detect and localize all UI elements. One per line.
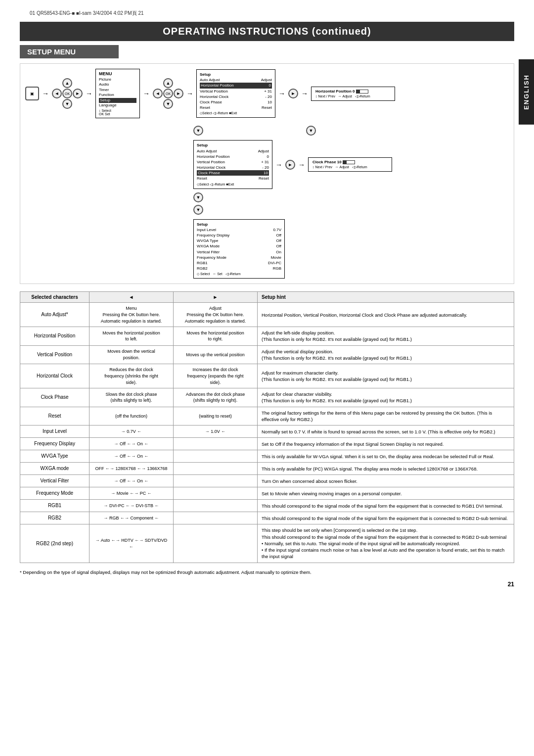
table-row: Clock PhaseSlows the dot clock phase (sh… — [20, 388, 514, 407]
table-row: Input Level→ 0.7V ←→ 1.0V ←Normally set … — [20, 425, 514, 438]
table-cell-left-3: Reduces the dot clock frequency (shrinks… — [89, 364, 174, 388]
down-arrow-btn-3[interactable]: ▼ — [193, 192, 203, 202]
down-arrow-row-1: ▼ ▼ — [193, 126, 509, 136]
nav-buttons-3: ► — [288, 89, 298, 98]
table-cell-right-1: Moves the horizontal position to right. — [174, 327, 258, 346]
table-cell-right-11 — [174, 487, 258, 500]
table-cell-hint-6: Normally set to 0.7 V. If white is found… — [258, 425, 514, 438]
ok-btn[interactable]: OK — [62, 89, 72, 98]
down-arrow-row-3: ▼ — [193, 205, 509, 215]
table-cell-right-7 — [174, 438, 258, 450]
table-cell-left-13: → RGB ←→ Component ← — [89, 512, 174, 524]
main-menu-box: MENU Picture Audio Timer Function Setup … — [95, 69, 140, 118]
right-only-btn-2[interactable]: ► — [285, 160, 295, 170]
arrow-right-1: → — [42, 90, 49, 97]
up-btn[interactable]: ▲ — [62, 78, 72, 88]
table-cell-hint-0: Horizontal Position, Vertical Position, … — [258, 303, 514, 327]
arrow-right-5: → — [278, 90, 285, 97]
table-cell-hint-14: This step should be set only when [Compo… — [258, 524, 514, 563]
col-header-chars: Selected characters — [20, 292, 89, 303]
table-row: WVGA Type→ Off ←→ On ←This is only avail… — [20, 450, 514, 463]
table-cell-left-2: Moves down the vertical position. — [89, 345, 174, 364]
table-cell-char-2: Vertical Position — [20, 345, 89, 364]
table-cell-char-3: Horizontal Clock — [20, 364, 89, 388]
table-cell-left-10: → Off ←→ On ← — [89, 475, 174, 487]
table-row: Horizontal PositionMoves the horizontal … — [20, 327, 514, 346]
table-cell-hint-12: This should correspond to the signal mod… — [258, 500, 514, 512]
table-cell-hint-13: This should correspond to the signal mod… — [258, 512, 514, 524]
table-row: RGB2 (2nd step)→ Auto ←→ HDTV ←→ SDTV/DV… — [20, 524, 514, 563]
table-row: Auto Adjust*Menu Pressing the OK button … — [20, 303, 514, 327]
table-cell-right-6: → 1.0V ← — [174, 425, 258, 438]
table-row: Frequency Mode→ Movie ←→ PC ←Set to Movi… — [20, 487, 514, 500]
left-btn-2[interactable]: ◄ — [153, 89, 163, 98]
table-row: Vertical Filter→ Off ←→ On ←Turn On when… — [20, 475, 514, 487]
diagram-row-3: Setup Input Level0.7V Frequency DisplayO… — [193, 219, 509, 279]
left-btn[interactable]: ◄ — [52, 89, 62, 98]
table-cell-char-14: RGB2 (2nd step) — [20, 524, 89, 563]
nav-buttons-1: ▲ ◄ OK ► ▼ — [52, 78, 83, 109]
hint-box-clock: Clock Phase 10 ↕ Next / Prev ↔ Adjust ◁▷… — [308, 157, 392, 172]
table-cell-left-9: OFF ←→ 1280X768 ←→ 1366X768 — [89, 463, 174, 475]
arrow-right-6: → — [301, 90, 308, 97]
col-header-hint: Setup hint — [258, 292, 514, 303]
table-cell-hint-11: Set to Movie when viewing moving images … — [258, 487, 514, 500]
arrow-right-8: → — [298, 161, 305, 169]
table-cell-hint-7: Set to Off if the frequency information … — [258, 438, 514, 450]
arrow-right-3: → — [143, 90, 150, 97]
table-cell-hint-4: Adjust for clear character visibility. (… — [258, 388, 514, 407]
down-arrow-btn-2[interactable]: ▼ — [306, 126, 316, 136]
table-row: RGB1→ DVI-PC ←→ DVI-STB ←This should cor… — [20, 500, 514, 512]
table-cell-char-9: WXGA mode — [20, 463, 89, 475]
table-row: Horizontal ClockReduces the dot clock fr… — [20, 364, 514, 388]
table-cell-char-12: RGB1 — [20, 500, 89, 512]
down-arrow-btn-4[interactable]: ▼ — [193, 205, 203, 215]
table-cell-char-10: Vertical Filter — [20, 475, 89, 487]
right-only-btn[interactable]: ► — [288, 89, 298, 98]
table-cell-left-12: → DVI-PC ←→ DVI-STB ← — [89, 500, 174, 512]
table-cell-left-8: → Off ←→ On ← — [89, 450, 174, 463]
table-cell-left-0: Menu Pressing the OK button here. Automa… — [89, 303, 174, 327]
device-icon: ▣ — [25, 87, 39, 100]
table-cell-right-4: Advances the dot clock phase (shifts sli… — [174, 388, 258, 407]
table-row: RGB2→ RGB ←→ Component ←This should corr… — [20, 512, 514, 524]
table-cell-hint-3: Adjust for maximum character clarity. (T… — [258, 364, 514, 388]
table-cell-char-0: Auto Adjust* — [20, 303, 89, 327]
table-cell-char-7: Frequency Display — [20, 438, 89, 450]
nav-buttons-2: ▲ ◄ OK ► ▼ — [153, 78, 183, 109]
table-row: Vertical PositionMoves down the vertical… — [20, 345, 514, 364]
footnote: * Depending on the type of signal displa… — [20, 569, 514, 576]
table-cell-hint-10: Turn On when concerned about screen flic… — [258, 475, 514, 487]
table-cell-right-2: Moves up the vertical position — [174, 345, 258, 364]
up-btn-2[interactable]: ▲ — [163, 78, 173, 88]
right-btn-2[interactable]: ► — [174, 89, 183, 98]
table-cell-hint-9: This is only available for (PC) WXGA sig… — [258, 463, 514, 475]
table-cell-hint-2: Adjust the vertical display position. (T… — [258, 345, 514, 364]
down-arrow-btn-1[interactable]: ▼ — [193, 126, 203, 136]
table-cell-right-10 — [174, 475, 258, 487]
ok-btn-2[interactable]: OK — [163, 89, 173, 98]
page: 01 QR58543-ENG-■ ■I-sam 3/4/2004 4:02 PM… — [0, 0, 534, 756]
diagram-area: ▣ → ▲ ◄ OK ► ▼ → MENU Picture — [20, 63, 514, 284]
table-row: Reset(off the function)(waiting to reset… — [20, 407, 514, 425]
right-btn[interactable]: ► — [73, 89, 83, 98]
english-tab: ENGLISH — [519, 59, 534, 125]
col-header-left: ◄ — [89, 292, 174, 303]
table-cell-char-13: RGB2 — [20, 512, 89, 524]
table-cell-left-5: (off the function) — [89, 407, 174, 425]
table-cell-right-5: (waiting to reset) — [174, 407, 258, 425]
table-cell-right-9 — [174, 463, 258, 475]
table-cell-char-1: Horizontal Position — [20, 327, 89, 346]
diagram-row-1: ▣ → ▲ ◄ OK ► ▼ → MENU Picture — [25, 69, 509, 118]
down-btn[interactable]: ▼ — [62, 99, 72, 109]
setup-table: Selected characters ◄ ► Setup hint Auto … — [20, 291, 514, 563]
down-btn-2[interactable]: ▼ — [163, 99, 173, 109]
down-arrow-row-2: ▼ — [193, 192, 509, 202]
table-cell-right-12 — [174, 500, 258, 512]
table-cell-left-4: Slows the dot clock phase (shifts slight… — [89, 388, 174, 407]
top-bar: 01 QR58543-ENG-■ ■I-sam 3/4/2004 4:02 PM… — [20, 10, 514, 17]
table-cell-left-6: → 0.7V ← — [89, 425, 174, 438]
arrow-right-7: → — [275, 161, 282, 169]
table-cell-char-4: Clock Phase — [20, 388, 89, 407]
table-cell-left-14: → Auto ←→ HDTV ←→ SDTV/DVD ← — [89, 524, 174, 563]
